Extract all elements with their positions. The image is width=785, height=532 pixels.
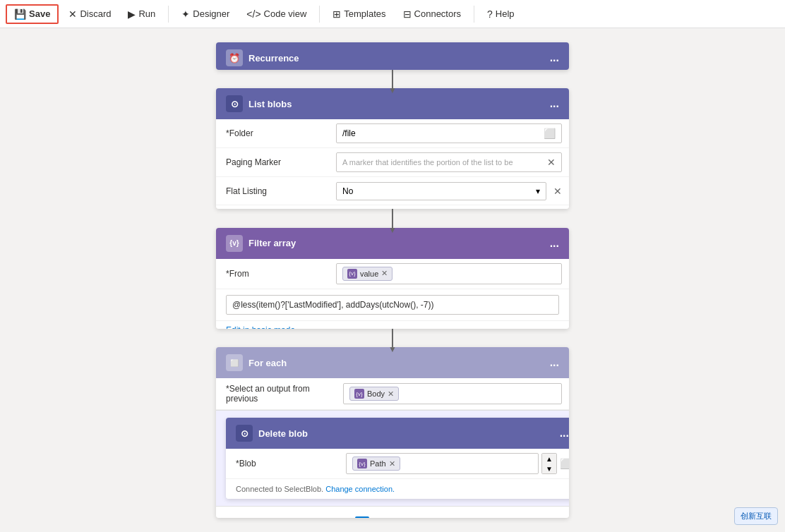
- filter-array-more[interactable]: ...: [550, 237, 559, 250]
- filter-array-icon: {v}: [226, 235, 243, 252]
- delete-blob-connected: Connected to SelectBlob. Change connecti…: [226, 479, 569, 499]
- recurrence-icon: ⏰: [226, 49, 243, 66]
- for-each-header-left: ⬜ For each: [226, 354, 287, 371]
- delete-blob-header-left: ⊙ Delete blob: [236, 425, 308, 442]
- blob-browse-icon[interactable]: ⬜: [560, 458, 569, 469]
- folder-browse-icon[interactable]: ⬜: [544, 128, 556, 139]
- toolbar: 💾 Save ✕ Discard ▶ Run ✦ Designer </> Co…: [0, 0, 785, 28]
- code-icon: </>: [246, 8, 260, 20]
- discard-button[interactable]: ✕ Discard: [61, 6, 118, 23]
- stepper-up[interactable]: ▲: [542, 454, 556, 464]
- paging-value: A marker that identifies the portion of …: [329, 148, 569, 176]
- body-tag: {v} Body ✕: [349, 387, 399, 401]
- code-view-button[interactable]: </> Code view: [239, 6, 313, 23]
- stepper[interactable]: ▲ ▼: [541, 453, 557, 474]
- chevron-down-icon: ▾: [536, 186, 540, 196]
- templates-button[interactable]: ⊞ Templates: [325, 6, 393, 23]
- delete-blob-title: Delete blob: [258, 428, 308, 439]
- divider2: [319, 6, 320, 23]
- for-each-card: ⬜ For each ... *Select an output from pr…: [216, 347, 569, 518]
- arrow-3: [392, 329, 393, 347]
- body-tag-close[interactable]: ✕: [388, 389, 394, 399]
- filter-array-title: Filter array: [248, 238, 296, 248]
- divider3: [474, 6, 474, 23]
- blob-input[interactable]: {v} Path ✕: [346, 453, 539, 474]
- for-each-more[interactable]: ...: [550, 356, 559, 369]
- run-button[interactable]: ▶ Run: [121, 6, 162, 23]
- flat-label: Flat Listing: [216, 181, 329, 202]
- path-tag-close[interactable]: ✕: [389, 459, 395, 468]
- tag-icon: {v}: [347, 269, 357, 279]
- flat-clear-icon[interactable]: ✕: [553, 186, 562, 197]
- flat-listing-row: Flat Listing No ▾ ✕: [216, 177, 569, 205]
- select-output-row: *Select an output from previous {v} Body…: [216, 378, 569, 410]
- list-blobs-title: List blobs: [248, 99, 292, 109]
- save-icon: 💾: [14, 8, 26, 20]
- flat-value: No ▾ ✕: [329, 178, 569, 205]
- arrow-2: [392, 209, 393, 227]
- recurrence-header-left: ⏰ Recurrence: [226, 49, 299, 66]
- delete-blob-more[interactable]: ...: [560, 427, 569, 440]
- recurrence-title: Recurrence: [248, 53, 299, 64]
- from-label: *From: [216, 263, 329, 284]
- recurrence-more[interactable]: ...: [550, 52, 559, 64]
- delete-blob-change-connection[interactable]: Change connection.: [325, 485, 395, 493]
- blob-label: *Blob: [226, 453, 339, 474]
- paging-clear-icon[interactable]: ✕: [547, 157, 556, 168]
- flat-text: No: [342, 186, 353, 196]
- watermark: 创新互联: [734, 507, 778, 525]
- canvas: ⏰ Recurrence ... ⊙ List blobs ... *Folde…: [0, 28, 785, 532]
- arrow-1: [392, 70, 393, 88]
- help-icon: ?: [487, 8, 493, 20]
- list-blobs-icon: ⊙: [226, 95, 243, 112]
- blob-row: *Blob {v} Path ✕: [226, 449, 569, 479]
- save-button[interactable]: 💾 Save: [6, 4, 59, 24]
- body-tag-icon: {v}: [354, 389, 364, 399]
- filter-array-header-left: {v} Filter array: [226, 235, 296, 252]
- delete-blob-header[interactable]: ⊙ Delete blob ...: [226, 418, 569, 449]
- stepper-down[interactable]: ▼: [542, 464, 556, 473]
- edit-mode-link[interactable]: Edit in basic mode: [216, 321, 569, 329]
- for-each-body: *Select an output from previous {v} Body…: [216, 378, 569, 518]
- add-action-area: ⊞ Add an action: [216, 506, 569, 518]
- folder-row: *Folder /file ⬜: [216, 119, 569, 148]
- folder-input[interactable]: /file ⬜: [336, 123, 562, 143]
- for-each-title: For each: [248, 358, 287, 368]
- divider: [168, 6, 169, 23]
- folder-label: *Folder: [216, 123, 329, 144]
- tag-close[interactable]: ✕: [381, 269, 388, 278]
- paging-input[interactable]: A marker that identifies the portion of …: [336, 152, 562, 172]
- path-tag-label: Path: [370, 459, 386, 468]
- add-action-icon: ⊞: [355, 516, 369, 518]
- add-action-button[interactable]: ⊞ Add an action: [355, 516, 429, 518]
- list-blobs-body: *Folder /file ⬜ Paging Marker A marker t…: [216, 119, 569, 209]
- paging-placeholder: A marker that identifies the portion of …: [342, 158, 513, 167]
- path-tag-icon: {v}: [357, 459, 367, 468]
- filter-array-body: *From {v} value ✕ @less(item()?['LastMod…: [216, 259, 569, 329]
- paging-row: Paging Marker A marker that identifies t…: [216, 148, 569, 177]
- list-blobs-more[interactable]: ...: [550, 97, 559, 110]
- flow-container: ⏰ Recurrence ... ⊙ List blobs ... *Folde…: [209, 42, 576, 518]
- expression-row: @less(item()?['LastModified'], addDays(u…: [216, 289, 569, 321]
- folder-text: /file: [342, 128, 356, 138]
- nested-area: ⊙ Delete blob ... *Blob: [216, 410, 569, 506]
- flat-select[interactable]: No ▾: [336, 182, 546, 200]
- recurrence-header[interactable]: ⏰ Recurrence ...: [216, 42, 569, 70]
- from-input[interactable]: {v} value ✕: [336, 263, 562, 284]
- designer-icon: ✦: [181, 8, 190, 20]
- select-output-value: {v} Body ✕: [336, 379, 569, 409]
- connectors-button[interactable]: ⊟ Connectors: [396, 6, 468, 23]
- connectors-icon: ⊟: [403, 8, 412, 20]
- expression-input[interactable]: @less(item()?['LastModified'], addDays(u…: [226, 295, 559, 315]
- help-button[interactable]: ? Help: [480, 6, 522, 23]
- path-tag: {v} Path ✕: [352, 457, 400, 471]
- value-tag: {v} value ✕: [342, 267, 393, 281]
- delete-blob-body: *Blob {v} Path ✕: [226, 449, 569, 499]
- delete-blob-icon: ⊙: [236, 425, 253, 442]
- select-output-label: *Select an output from previous: [216, 378, 336, 409]
- folder-value: /file ⬜: [329, 119, 569, 147]
- select-output-input[interactable]: {v} Body ✕: [343, 383, 562, 404]
- designer-button[interactable]: ✦ Designer: [174, 6, 236, 23]
- body-tag-label: Body: [367, 389, 385, 398]
- from-value: {v} value ✕: [329, 259, 569, 289]
